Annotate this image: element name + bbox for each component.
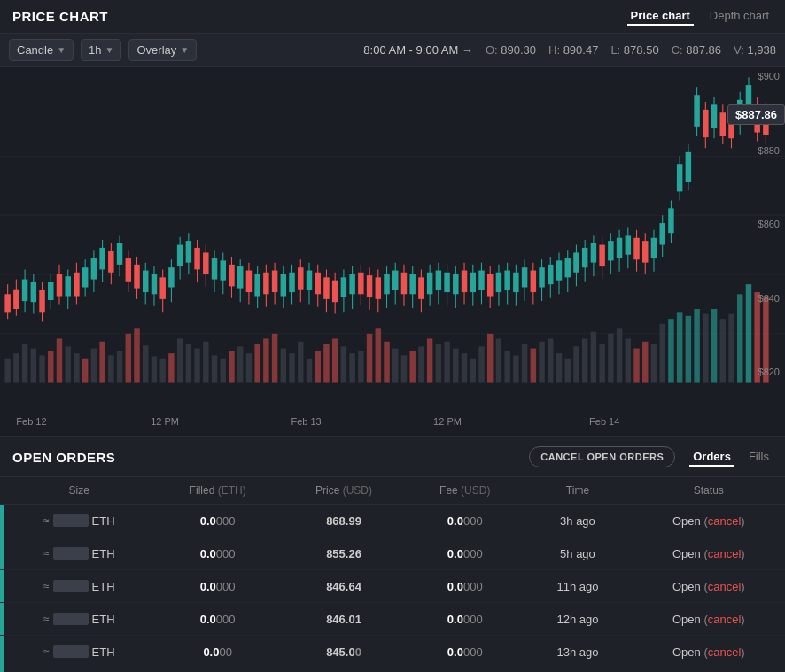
size-hidden-value: [53, 547, 89, 560]
svg-rect-175: [349, 274, 354, 294]
cancel-link-3[interactable]: cancel: [708, 580, 742, 593]
svg-rect-32: [237, 346, 243, 382]
svg-rect-54: [427, 338, 432, 382]
cancel-link-5[interactable]: cancel: [708, 645, 742, 659]
cancel-link-2[interactable]: cancel: [708, 547, 742, 560]
svg-rect-65: [522, 344, 527, 383]
svg-rect-59: [470, 359, 476, 383]
svg-rect-145: [221, 260, 226, 280]
svg-rect-22: [152, 356, 157, 382]
svg-rect-173: [341, 277, 346, 297]
time-label-feb14: Feb 14: [589, 416, 619, 427]
svg-rect-20: [134, 328, 139, 382]
svg-rect-77: [626, 338, 631, 382]
svg-rect-67: [539, 342, 544, 383]
fee-cell-4: 0.0000: [407, 603, 523, 636]
tab-orders[interactable]: Orders: [689, 448, 734, 467]
svg-rect-105: [48, 282, 53, 300]
time-label-feb12: Feb 12: [16, 416, 46, 427]
svg-rect-183: [384, 274, 389, 294]
overlay-dropdown[interactable]: Overlay ▼: [128, 39, 197, 61]
filled-cell-2: 0.0000: [154, 537, 280, 570]
svg-rect-70: [564, 359, 570, 383]
status-cell-6: Open (cancel): [633, 668, 785, 673]
svg-rect-257: [703, 110, 708, 137]
col-fee: Fee (USD): [407, 477, 523, 505]
table-row: ≈ ETH 0.0000 846.01 0.0000 12h ago Open …: [0, 603, 785, 636]
filled-cell-5: 0.000: [154, 636, 280, 668]
svg-rect-211: [504, 271, 509, 290]
size-hidden-value: [53, 645, 89, 658]
price-cell-4: 846.01: [281, 603, 407, 636]
svg-rect-55: [436, 344, 441, 383]
fee-cell-3: 0.0000: [407, 570, 523, 603]
svg-rect-255: [694, 95, 699, 127]
svg-rect-235: [608, 241, 613, 260]
svg-rect-47: [367, 334, 372, 383]
size-cell-6: ≈ ETH: [4, 668, 154, 673]
candle-dropdown[interactable]: Candle ▼: [9, 39, 74, 61]
price-cell-3: 846.64: [281, 570, 407, 603]
tab-fills[interactable]: Fills: [745, 448, 773, 467]
tab-price-chart[interactable]: Price chart: [627, 7, 694, 26]
svg-rect-30: [221, 359, 226, 383]
svg-rect-267: [746, 85, 751, 110]
svg-rect-217: [531, 271, 536, 293]
svg-rect-189: [409, 274, 415, 294]
svg-rect-74: [599, 344, 604, 383]
svg-rect-53: [418, 346, 424, 382]
svg-rect-129: [152, 274, 157, 294]
svg-rect-10: [48, 351, 53, 383]
svg-rect-185: [392, 271, 398, 290]
svg-rect-66: [531, 349, 536, 383]
svg-rect-82: [668, 319, 673, 382]
chart-area: $900 $880 $860 $840 $820 $887.86: [0, 67, 785, 413]
svg-rect-197: [444, 273, 449, 292]
svg-rect-137: [186, 241, 191, 263]
volume-label: V: 1,938: [734, 43, 776, 57]
table-row: ≈ ETH 0.0000 846.64 0.0000 11h ago Open …: [0, 570, 785, 603]
size-cell-3: ≈ ETH: [4, 570, 154, 603]
svg-rect-37: [281, 349, 286, 383]
svg-rect-151: [246, 271, 252, 293]
svg-rect-187: [401, 273, 407, 295]
time-label-12pm-2: 12 PM: [433, 416, 462, 427]
svg-rect-271: [763, 110, 768, 135]
cancel-open-orders-button[interactable]: CANCEL OPEN ORDERS: [529, 446, 675, 467]
time-cell-3: 11h ago: [523, 570, 632, 603]
tab-depth-chart[interactable]: Depth chart: [706, 7, 773, 26]
svg-rect-261: [720, 112, 726, 136]
filled-cell-1: 0.0000: [154, 505, 280, 537]
svg-rect-97: [13, 290, 19, 309]
svg-rect-147: [229, 265, 234, 287]
svg-rect-203: [470, 273, 476, 292]
orders-title: OPEN ORDERS: [12, 450, 115, 465]
svg-rect-121: [117, 243, 122, 265]
svg-rect-143: [212, 258, 217, 280]
table-row: ≈ ETH 0.000 845.00 0.0000 13h ago Open (…: [0, 636, 785, 668]
svg-rect-11: [57, 338, 62, 382]
svg-rect-205: [478, 271, 484, 290]
svg-rect-75: [608, 334, 613, 383]
svg-rect-38: [289, 353, 294, 382]
svg-rect-117: [99, 248, 105, 270]
interval-arrow-icon: ▼: [105, 45, 114, 55]
svg-rect-119: [108, 251, 113, 273]
svg-rect-199: [453, 274, 458, 294]
interval-dropdown[interactable]: 1h ▼: [81, 39, 121, 61]
svg-rect-63: [504, 351, 509, 383]
svg-rect-43: [332, 338, 338, 382]
candle-label: Candle: [17, 43, 53, 57]
chart-header: PRICE CHART Price chart Depth chart: [0, 0, 785, 34]
svg-rect-157: [272, 271, 277, 293]
fee-cell-6: 0.0000: [407, 668, 523, 673]
svg-rect-201: [462, 271, 467, 293]
cancel-link-4[interactable]: cancel: [708, 613, 742, 626]
filled-cell-6: 0.0000: [154, 668, 280, 673]
svg-rect-115: [91, 258, 97, 280]
interval-label: 1h: [89, 43, 101, 57]
time-cell-1: 3h ago: [523, 505, 632, 537]
svg-rect-241: [633, 238, 639, 260]
cancel-link-1[interactable]: cancel: [708, 514, 742, 528]
svg-rect-34: [254, 344, 260, 383]
